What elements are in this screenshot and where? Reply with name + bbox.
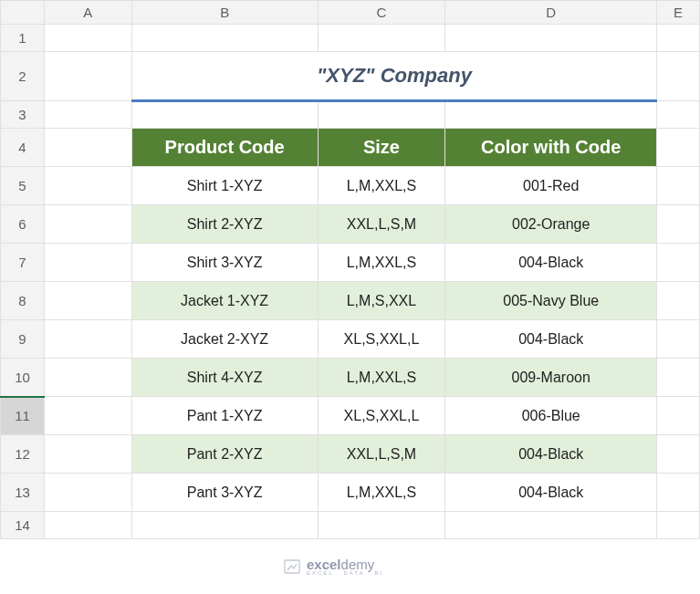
row-header-8[interactable]: 8 — [1, 282, 45, 320]
cell[interactable] — [445, 25, 657, 52]
row-header-10[interactable]: 10 — [1, 359, 45, 397]
table-cell-product[interactable]: Shirt 3-XYZ — [131, 244, 318, 282]
row-header-13[interactable]: 13 — [1, 474, 45, 512]
cell[interactable] — [44, 205, 131, 244]
row-header-4[interactable]: 4 — [1, 129, 45, 167]
cell[interactable] — [44, 25, 131, 52]
cell[interactable] — [131, 101, 318, 129]
table-cell-product[interactable]: Jacket 1-XYZ — [131, 282, 318, 320]
cell[interactable] — [44, 129, 131, 167]
col-header-c[interactable]: C — [318, 1, 445, 25]
table-cell-size[interactable]: L,M,S,XXL — [318, 282, 445, 320]
cell[interactable] — [657, 129, 700, 167]
table-cell-color[interactable]: 005-Navy Blue — [445, 282, 657, 320]
cell[interactable] — [44, 52, 131, 101]
spreadsheet-grid[interactable]: A B C D E 1 2 "XYZ" Company 3 4 Product … — [0, 0, 700, 539]
table-cell-product[interactable]: Shirt 1-XYZ — [131, 167, 318, 205]
cell[interactable] — [318, 25, 445, 52]
company-title[interactable]: "XYZ" Company — [131, 52, 656, 101]
table-cell-color[interactable]: 006-Blue — [445, 397, 657, 435]
cell[interactable] — [657, 512, 700, 539]
cell[interactable] — [44, 359, 131, 397]
cell[interactable] — [44, 282, 131, 320]
cell[interactable] — [657, 359, 700, 397]
row-header-2[interactable]: 2 — [1, 52, 45, 101]
table-cell-color[interactable]: 004-Black — [445, 435, 657, 474]
table-cell-size[interactable]: XXL,L,S,M — [318, 435, 445, 474]
select-all-corner[interactable] — [1, 1, 45, 25]
cell[interactable] — [44, 320, 131, 359]
cell[interactable] — [657, 52, 700, 101]
table-cell-size[interactable]: XL,S,XXL,L — [318, 320, 445, 359]
cell[interactable] — [657, 101, 700, 129]
row-header-5[interactable]: 5 — [1, 167, 45, 205]
cell[interactable] — [318, 101, 445, 129]
cell[interactable] — [131, 25, 318, 52]
col-header-d[interactable]: D — [445, 1, 657, 25]
cell[interactable] — [657, 205, 700, 244]
col-header-a[interactable]: A — [44, 1, 131, 25]
row-header-14[interactable]: 14 — [1, 512, 45, 539]
table-cell-color[interactable]: 004-Black — [445, 474, 657, 512]
row-header-6[interactable]: 6 — [1, 205, 45, 244]
logo-icon — [283, 558, 301, 576]
row-header-12[interactable]: 12 — [1, 435, 45, 474]
table-cell-product[interactable]: Pant 3-XYZ — [131, 474, 318, 512]
table-cell-size[interactable]: L,M,XXL,S — [318, 359, 445, 397]
table-cell-product[interactable]: Jacket 2-XYZ — [131, 320, 318, 359]
cell[interactable] — [131, 512, 318, 539]
cell[interactable] — [657, 435, 700, 474]
cell[interactable] — [657, 167, 700, 205]
cell[interactable] — [44, 512, 131, 539]
cell[interactable] — [44, 167, 131, 205]
cell[interactable] — [318, 512, 445, 539]
row-header-9[interactable]: 9 — [1, 320, 45, 359]
cell[interactable] — [44, 101, 131, 129]
table-cell-size[interactable]: XXL,L,S,M — [318, 205, 445, 244]
cell[interactable] — [44, 474, 131, 512]
table-cell-size[interactable]: XL,S,XXL,L — [318, 397, 445, 435]
table-cell-product[interactable]: Pant 2-XYZ — [131, 435, 318, 474]
table-cell-size[interactable]: L,M,XXL,S — [318, 474, 445, 512]
table-header-size[interactable]: Size — [318, 129, 445, 167]
cell[interactable] — [657, 320, 700, 359]
cell[interactable] — [445, 101, 657, 129]
table-header-product[interactable]: Product Code — [131, 129, 318, 167]
row-header-1[interactable]: 1 — [1, 25, 45, 52]
table-cell-color[interactable]: 009-Maroon — [445, 359, 657, 397]
table-cell-color[interactable]: 001-Red — [445, 167, 657, 205]
col-header-b[interactable]: B — [131, 1, 318, 25]
table-cell-color[interactable]: 004-Black — [445, 320, 657, 359]
cell[interactable] — [657, 397, 700, 435]
row-header-7[interactable]: 7 — [1, 244, 45, 282]
cell[interactable] — [657, 244, 700, 282]
table-cell-product[interactable]: Shirt 2-XYZ — [131, 205, 318, 244]
row-header-3[interactable]: 3 — [1, 101, 45, 129]
table-cell-color[interactable]: 002-Orange — [445, 205, 657, 244]
cell[interactable] — [44, 397, 131, 435]
table-cell-size[interactable]: L,M,XXL,S — [318, 244, 445, 282]
cell[interactable] — [657, 282, 700, 320]
cell[interactable] — [445, 512, 657, 539]
table-cell-product[interactable]: Pant 1-XYZ — [131, 397, 318, 435]
watermark-tagline: EXCEL · DATA · BI — [307, 570, 383, 576]
cell[interactable] — [44, 244, 131, 282]
cell[interactable] — [657, 25, 700, 52]
table-cell-size[interactable]: L,M,XXL,S — [318, 167, 445, 205]
watermark-logo: exceldemy EXCEL · DATA · BI — [283, 557, 383, 576]
table-cell-product[interactable]: Shirt 4-XYZ — [131, 359, 318, 397]
col-header-e[interactable]: E — [657, 1, 700, 25]
row-header-11[interactable]: 11 — [1, 397, 45, 435]
table-header-color[interactable]: Color with Code — [445, 129, 657, 167]
cell[interactable] — [657, 474, 700, 512]
cell[interactable] — [44, 435, 131, 474]
table-cell-color[interactable]: 004-Black — [445, 244, 657, 282]
